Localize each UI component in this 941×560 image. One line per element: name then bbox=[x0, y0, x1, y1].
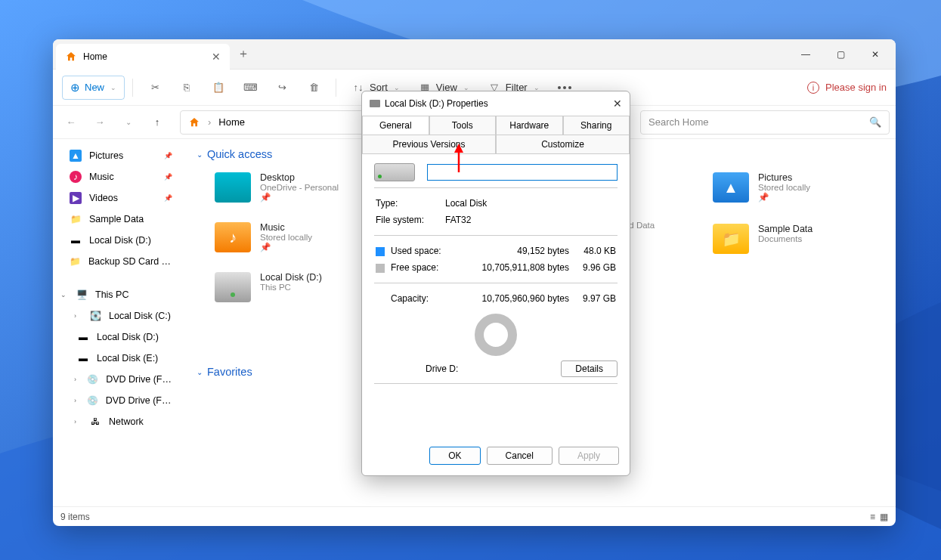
sidebar-item-local-disk-d[interactable]: ▬Local Disk (D:) bbox=[56, 230, 178, 251]
ok-button[interactable]: OK bbox=[429, 447, 480, 465]
drive-icon: ▬ bbox=[77, 352, 89, 364]
thumbnails-view-icon[interactable]: ▦ bbox=[880, 512, 888, 522]
copy-icon: ⎘ bbox=[180, 81, 193, 94]
sidebar-item-drive-d[interactable]: ▬Local Disk (D:) bbox=[56, 326, 178, 348]
chevron-down-icon[interactable]: ⌄ bbox=[60, 291, 68, 299]
details-view-icon[interactable]: ≡ bbox=[870, 512, 875, 522]
quick-item-sample[interactable]: 📁 Sample DataDocuments bbox=[710, 221, 861, 257]
new-tab-button[interactable]: ＋ bbox=[237, 46, 249, 62]
free-swatch bbox=[376, 264, 385, 273]
sidebar-item-dvd-f-1[interactable]: ›💿DVD Drive (F:) CCCO bbox=[56, 369, 178, 390]
search-box[interactable]: Search Home 🔍 bbox=[640, 110, 890, 135]
forward-button[interactable]: → bbox=[88, 110, 112, 135]
warning-icon: i bbox=[807, 82, 819, 94]
dialog-titlebar[interactable]: Local Disk (D:) Properties ✕ bbox=[362, 91, 630, 116]
chevron-right-icon[interactable]: › bbox=[74, 397, 79, 404]
dialog-close-button[interactable]: ✕ bbox=[613, 97, 622, 110]
dialog-tabs: Previous Versions Customize General Tool… bbox=[362, 116, 630, 154]
cancel-button[interactable]: Cancel bbox=[487, 447, 553, 465]
quick-item-desktop[interactable]: DesktopOneDrive - Personal📌 bbox=[212, 169, 363, 206]
plus-icon: ⊕ bbox=[70, 81, 80, 94]
status-bar: 9 items ≡ ▦ bbox=[53, 506, 896, 526]
pin-icon: 📌 bbox=[164, 173, 172, 181]
disk-usage-chart bbox=[475, 314, 517, 356]
tab-title: Home bbox=[83, 51, 107, 62]
sidebar-item-videos[interactable]: ▶Videos📌 bbox=[56, 187, 178, 209]
chevron-right-icon[interactable]: › bbox=[74, 376, 79, 383]
sign-in-prompt[interactable]: i Please sign in bbox=[807, 82, 887, 94]
folder-icon: 📁 bbox=[713, 224, 749, 254]
trash-icon: 🗑 bbox=[307, 81, 320, 94]
tab-hardware[interactable]: Hardware bbox=[496, 116, 563, 135]
quick-item-music[interactable]: ♪ MusicStored locally📌 bbox=[212, 219, 363, 255]
cut-icon: ✂ bbox=[148, 81, 162, 94]
music-icon: ♪ bbox=[70, 171, 82, 183]
delete-button[interactable]: 🗑 bbox=[299, 76, 328, 99]
disc-icon: 💿 bbox=[87, 394, 98, 407]
sidebar-item-backup[interactable]: 📁Backup SD Card Data bbox=[56, 251, 178, 272]
sidebar-item-music[interactable]: ♪Music📌 bbox=[56, 166, 178, 187]
recent-button[interactable]: ⌄ bbox=[116, 110, 141, 135]
share-icon: ↪ bbox=[275, 81, 289, 94]
search-icon: 🔍 bbox=[869, 116, 881, 128]
rename-button[interactable]: ⌨ bbox=[236, 76, 265, 99]
folder-icon: 📁 bbox=[70, 213, 82, 225]
drive-icon bbox=[370, 100, 380, 107]
pin-icon: 📌 bbox=[758, 192, 810, 203]
navigation-pane: ▲Pictures📌 ♪Music📌 ▶Videos📌 📁Sample Data… bbox=[53, 139, 181, 506]
tab-home[interactable]: Home ✕ bbox=[56, 44, 230, 70]
used-swatch bbox=[376, 247, 385, 256]
tab-general[interactable]: General bbox=[362, 116, 429, 135]
sidebar-item-dvd-f-2[interactable]: ›💿DVD Drive (F:) CCCOM bbox=[56, 390, 178, 411]
quick-item-disk-d[interactable]: Local Disk (D:)This PC bbox=[212, 269, 363, 305]
home-icon bbox=[188, 116, 200, 128]
copy-button[interactable]: ⎘ bbox=[172, 76, 201, 99]
drive-icon: 💽 bbox=[89, 310, 101, 322]
rename-icon: ⌨ bbox=[243, 81, 257, 94]
free-space-row: Free space:10,705,911,808 bytes9.96 GB bbox=[376, 260, 616, 275]
share-button[interactable]: ↪ bbox=[268, 76, 296, 99]
chevron-down-icon: ⌄ bbox=[197, 368, 203, 376]
tab-tools[interactable]: Tools bbox=[429, 116, 497, 135]
window-tabbar: Home ✕ ＋ — ▢ ✕ bbox=[53, 39, 896, 70]
sidebar-item-drive-e[interactable]: ▬Local Disk (E:) bbox=[56, 348, 178, 369]
network-icon: 🖧 bbox=[89, 416, 101, 428]
desktop-icon bbox=[215, 172, 251, 203]
used-space-row: Used space:49,152 bytes48.0 KB bbox=[376, 243, 616, 258]
tab-sharing[interactable]: Sharing bbox=[563, 116, 630, 135]
chevron-right-icon[interactable]: › bbox=[74, 418, 82, 425]
home-icon bbox=[65, 51, 77, 63]
tab-customize[interactable]: Customize bbox=[496, 135, 630, 153]
chevron-right-icon[interactable]: › bbox=[74, 312, 82, 320]
drive-icon bbox=[215, 272, 251, 302]
paste-button[interactable]: 📋 bbox=[204, 76, 233, 99]
pin-icon: 📌 bbox=[164, 194, 172, 202]
maximize-button[interactable]: ▢ bbox=[823, 42, 858, 67]
quick-item-pictures[interactable]: ▲ PicturesStored locally📌 bbox=[710, 169, 861, 206]
up-button[interactable]: ↑ bbox=[145, 110, 169, 135]
drive-label: Drive D: bbox=[426, 364, 458, 374]
tab-previous-versions[interactable]: Previous Versions bbox=[362, 135, 496, 153]
drive-icon bbox=[374, 163, 415, 181]
cut-button[interactable]: ✂ bbox=[141, 76, 169, 99]
close-window-button[interactable]: ✕ bbox=[858, 42, 893, 67]
sidebar-item-pictures[interactable]: ▲Pictures📌 bbox=[56, 145, 178, 166]
sidebar-item-this-pc[interactable]: ⌄🖥️This PC bbox=[56, 284, 178, 305]
pin-icon: 📌 bbox=[164, 152, 172, 159]
back-button[interactable]: ← bbox=[59, 110, 83, 135]
pictures-icon: ▲ bbox=[70, 150, 82, 162]
sidebar-item-sample-data[interactable]: 📁Sample Data bbox=[56, 209, 178, 230]
tab-close-button[interactable]: ✕ bbox=[212, 51, 221, 63]
new-button[interactable]: ⊕ New ⌄ bbox=[62, 76, 125, 100]
minimize-button[interactable]: — bbox=[788, 42, 823, 67]
pin-icon: 📌 bbox=[260, 192, 339, 203]
details-button[interactable]: Details bbox=[561, 360, 618, 377]
drive-icon: ▬ bbox=[70, 234, 82, 246]
disc-icon: 💿 bbox=[87, 373, 98, 385]
drive-name-input[interactable] bbox=[427, 164, 618, 181]
apply-button[interactable]: Apply bbox=[559, 447, 619, 465]
sidebar-item-network[interactable]: ›🖧Network bbox=[56, 411, 178, 432]
breadcrumb-location[interactable]: Home bbox=[218, 116, 245, 128]
sidebar-item-drive-c[interactable]: ›💽Local Disk (C:) bbox=[56, 305, 178, 326]
search-placeholder: Search Home bbox=[648, 116, 869, 128]
